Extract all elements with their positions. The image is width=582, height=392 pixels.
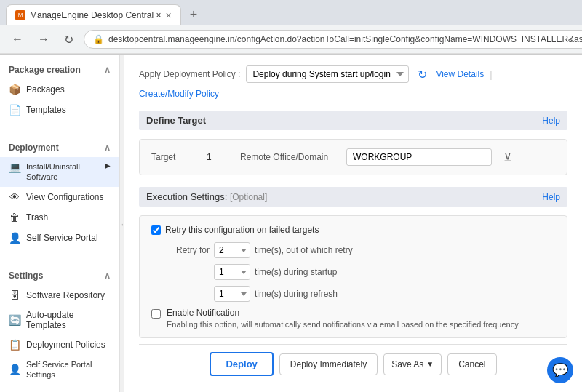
chat-bubble-button[interactable]: 💬 bbox=[547, 357, 573, 383]
refresh-button[interactable]: ↻ bbox=[60, 31, 78, 48]
tab-bar: M ManageEngine Desktop Central × × + bbox=[0, 0, 582, 25]
auto-update-templates-label: Auto-update Templates bbox=[26, 310, 111, 330]
new-tab-button[interactable]: + bbox=[184, 4, 204, 25]
templates-icon: 📄 bbox=[9, 104, 20, 116]
save-as-button[interactable]: Save As ▼ bbox=[383, 353, 442, 375]
deploy-button[interactable]: Deploy bbox=[210, 352, 273, 376]
sidebar-item-self-service-portal[interactable]: 👤 Self Service Portal bbox=[0, 228, 119, 248]
policy-select[interactable]: Deploy during System start up/login bbox=[246, 65, 409, 83]
sidebar-item-self-service-portal-settings[interactable]: 👤 Self Service Portal Settings bbox=[0, 355, 119, 385]
software-repository-label: Software Repository bbox=[26, 290, 105, 300]
startup-retry-select[interactable]: 1 bbox=[214, 264, 250, 280]
execution-settings-title: Execution Settings: [Optional] bbox=[146, 191, 267, 202]
nav-bar: ← → ↻ 🔒 desktopcentral.manageengine.in/c… bbox=[0, 25, 582, 54]
retry-checkbox-row: Retry this configuration on failed targe… bbox=[151, 225, 555, 235]
target-row: Target 1 Remote Office/Domain ⊻ bbox=[151, 148, 555, 166]
retry-config: Retry for 2 time(s), out of which retry … bbox=[166, 242, 555, 302]
sidebar-item-software-repository[interactable]: 🗄 Software Repository bbox=[0, 285, 119, 305]
target-label: Target bbox=[151, 152, 195, 162]
bottom-action-bar: Deploy Deploy Immediately Save As ▼ Canc… bbox=[139, 344, 567, 383]
packages-icon: 📦 bbox=[9, 84, 20, 95]
chat-icon: 💬 bbox=[552, 362, 568, 378]
refresh-retry-select[interactable]: 1 bbox=[214, 286, 250, 302]
tab-favicon: M bbox=[15, 10, 25, 20]
optional-label: [Optional] bbox=[230, 192, 267, 202]
enable-notification-checkbox[interactable] bbox=[151, 309, 161, 319]
address-bar[interactable]: 🔒 desktopcentral.manageengine.in/configA… bbox=[84, 30, 582, 49]
auto-update-icon: 🔄 bbox=[9, 314, 20, 326]
define-target-help-link[interactable]: Help bbox=[542, 116, 560, 126]
sidebar-item-auto-update-templates[interactable]: 🔄 Auto-update Templates bbox=[0, 305, 119, 335]
sidebar-item-deployment-policies[interactable]: 📋 Deployment Policies bbox=[0, 335, 119, 355]
deployment-section: Deployment ∧ 💻 Install/Uninstall Softwar… bbox=[0, 132, 119, 254]
enable-notification-label: Enable Notification bbox=[167, 308, 519, 318]
sidebar-item-install-uninstall[interactable]: 💻 Install/Uninstall Software ▶ bbox=[0, 157, 119, 187]
deployment-label: Deployment bbox=[9, 143, 59, 153]
view-details-link[interactable]: View Details bbox=[436, 69, 484, 79]
sidebar-item-templates[interactable]: 📄 Templates bbox=[0, 100, 119, 120]
retry-for-row: Retry for 2 time(s), out of which retry bbox=[166, 242, 555, 258]
deployment-collapse[interactable]: ∧ bbox=[104, 143, 111, 153]
trash-label: Trash bbox=[26, 212, 48, 223]
refresh-retry-suffix: time(s) during refresh bbox=[255, 289, 338, 299]
deployment-header: Deployment ∧ bbox=[0, 138, 119, 157]
notification-description: Enabling this option, will automatically… bbox=[167, 320, 519, 329]
execution-help-link[interactable]: Help bbox=[542, 192, 560, 202]
lock-icon: 🔒 bbox=[93, 34, 104, 44]
sidebar-item-view-configurations[interactable]: 👁 View Configurations bbox=[0, 187, 119, 207]
cancel-button[interactable]: Cancel bbox=[447, 353, 496, 375]
retry-for-label: Retry for bbox=[166, 245, 210, 255]
sidebar-item-trash[interactable]: 🗑 Trash bbox=[0, 207, 119, 228]
settings-label: Settings bbox=[9, 271, 43, 281]
package-creation-header: Package creation ∧ bbox=[0, 60, 119, 79]
save-as-label: Save As bbox=[391, 359, 423, 369]
self-service-portal-label: Self Service Portal bbox=[26, 233, 98, 243]
startup-retry-suffix: time(s) during startup bbox=[255, 267, 337, 277]
install-icon: 💻 bbox=[9, 161, 20, 173]
trash-icon: 🗑 bbox=[9, 212, 20, 223]
apply-deployment-policy-label: Apply Deployment Policy : bbox=[139, 69, 240, 79]
filter-icon[interactable]: ⊻ bbox=[503, 151, 512, 164]
view-configurations-label: View Configurations bbox=[26, 192, 104, 202]
policy-row: Apply Deployment Policy : Deploy during … bbox=[139, 65, 567, 99]
portal-icon: 👤 bbox=[9, 232, 20, 244]
target-container: Target 1 Remote Office/Domain ⊻ bbox=[139, 139, 567, 175]
package-creation-section: Package creation ∧ 📦 Packages 📄 Template… bbox=[0, 55, 119, 126]
install-uninstall-label: Install/Uninstall Software bbox=[26, 161, 99, 183]
retry-suffix-1: time(s), out of which retry bbox=[255, 245, 353, 255]
execution-settings-header: Execution Settings: [Optional] Help bbox=[139, 187, 567, 207]
ssp-settings-icon: 👤 bbox=[9, 364, 20, 375]
domain-input[interactable] bbox=[346, 148, 492, 166]
packages-label: Packages bbox=[26, 84, 65, 95]
deploy-immediately-button[interactable]: Deploy Immediately bbox=[279, 353, 378, 375]
settings-header: Settings ∧ bbox=[0, 266, 119, 285]
back-button[interactable]: ← bbox=[7, 31, 28, 47]
self-service-portal-settings-label: Self Service Portal Settings bbox=[26, 359, 111, 380]
package-creation-collapse[interactable]: ∧ bbox=[104, 65, 111, 75]
active-tab[interactable]: M ManageEngine Desktop Central × × bbox=[6, 4, 181, 25]
deployment-policies-icon: 📋 bbox=[9, 339, 20, 351]
tab-close-button[interactable]: × bbox=[165, 9, 171, 21]
target-number: 1 bbox=[207, 152, 228, 162]
arrow-icon: ▶ bbox=[105, 161, 111, 169]
main-content: Apply Deployment Policy : Deploy during … bbox=[124, 55, 582, 392]
deployment-policies-label: Deployment Policies bbox=[26, 340, 105, 350]
startup-retry-row: 1 time(s) during startup bbox=[166, 264, 555, 280]
remote-office-domain-label: Remote Office/Domain bbox=[240, 152, 335, 162]
notification-row: Enable Notification Enabling this option… bbox=[151, 308, 555, 329]
retry-checkbox[interactable] bbox=[151, 225, 161, 235]
retry-for-select[interactable]: 2 bbox=[214, 242, 250, 258]
create-modify-policy-link[interactable]: Create/Modify Policy bbox=[139, 89, 219, 99]
browser-chrome: M ManageEngine Desktop Central × × + ← →… bbox=[0, 0, 582, 55]
retry-checkbox-label: Retry this configuration on failed targe… bbox=[165, 225, 319, 235]
notification-label-block: Enable Notification Enabling this option… bbox=[167, 308, 519, 329]
package-creation-label: Package creation bbox=[9, 65, 81, 75]
refresh-policy-button[interactable]: ↻ bbox=[415, 68, 430, 81]
settings-section: Settings ∧ 🗄 Software Repository 🔄 Auto-… bbox=[0, 260, 119, 391]
sidebar-item-packages[interactable]: 📦 Packages bbox=[0, 79, 119, 100]
forward-button[interactable]: → bbox=[33, 31, 54, 47]
execution-settings-body: Retry this configuration on failed targe… bbox=[139, 215, 567, 338]
view-config-icon: 👁 bbox=[9, 191, 20, 203]
sidebar: Package creation ∧ 📦 Packages 📄 Template… bbox=[0, 55, 120, 392]
settings-collapse[interactable]: ∧ bbox=[104, 271, 111, 281]
